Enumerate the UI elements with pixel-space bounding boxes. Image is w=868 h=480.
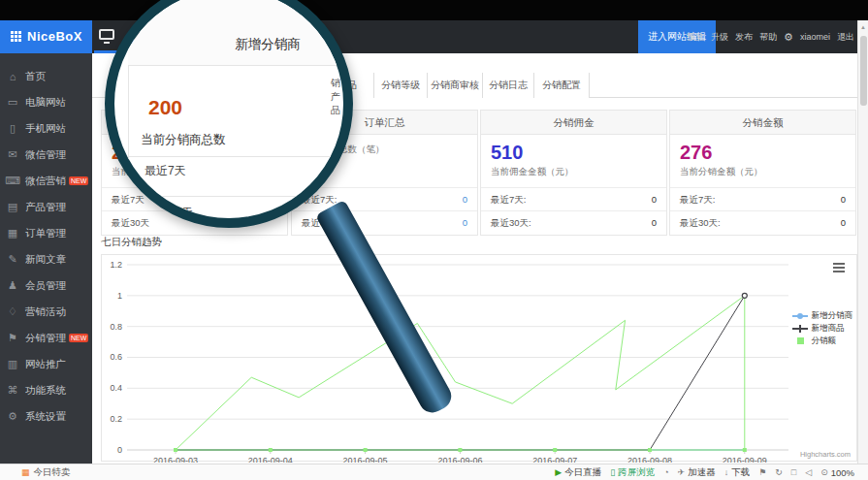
sidebar-item-function-system[interactable]: ⌘功能系统 bbox=[0, 377, 92, 403]
username-link[interactable]: xiaomei bbox=[800, 32, 830, 42]
sidebar-item-product-manage[interactable]: ▤产品管理 bbox=[0, 194, 92, 220]
gamepad-icon: ⌨ bbox=[0, 175, 25, 187]
svg-text:0: 0 bbox=[117, 445, 122, 455]
sidebar-item-label: 会员管理 bbox=[25, 279, 66, 293]
help-link[interactable]: 帮助 bbox=[759, 31, 777, 44]
card-distribution-amount: 分销金额 276 当前分销金额（元） 最近7天:0 最近30天:0 bbox=[669, 110, 856, 236]
magnified-card-title: 新增分销商 bbox=[173, 36, 353, 53]
scroll-up-icon[interactable]: ▲ bbox=[858, 24, 868, 30]
statusbar-live[interactable]: ▶今日直播 bbox=[555, 466, 601, 479]
logo[interactable]: NiceBoX bbox=[0, 20, 92, 53]
legend-label: 新增商品 bbox=[812, 323, 845, 335]
tab-distributor-review[interactable]: 分销商审核 bbox=[427, 73, 482, 98]
magnified-card-header-bg bbox=[128, 0, 343, 65]
highcharts-credit[interactable]: Highcharts.com bbox=[800, 450, 851, 459]
sidebar-item-system-settings[interactable]: ⚙系统设置 bbox=[0, 403, 92, 430]
statusbar-sound[interactable]: ◁ bbox=[805, 467, 812, 477]
trend-chart: 00.20.40.60.811.22016-09-032016-09-04201… bbox=[101, 254, 857, 462]
speaker-icon: ◁ bbox=[805, 467, 812, 477]
refresh-icon: ↻ bbox=[775, 467, 783, 477]
wechat-icon: ✉ bbox=[0, 148, 25, 161]
chart-icon: ⚑ bbox=[0, 332, 25, 344]
sidebar-item-marketing-activity[interactable]: ♢营销活动 bbox=[0, 299, 92, 325]
statusbar-speedometer[interactable]: ◔ bbox=[663, 467, 668, 477]
row-label: 最近7天 bbox=[112, 188, 145, 210]
magnified-caption: 当前分销商总数 bbox=[141, 132, 226, 148]
gear-icon[interactable]: ⚙ bbox=[784, 31, 793, 44]
statusbar-download[interactable]: ↓下载 bbox=[724, 466, 751, 479]
download-icon: ↓ bbox=[724, 467, 729, 477]
function-icon: ⌘ bbox=[0, 384, 25, 397]
legend-item-distribution-amount[interactable]: 分销额 bbox=[792, 335, 853, 347]
divider bbox=[128, 156, 343, 157]
row-value-link[interactable]: 0 bbox=[463, 211, 467, 234]
row-label: 最近7天: bbox=[491, 188, 526, 210]
statusbar-accelerator[interactable]: ✈加速器 bbox=[678, 466, 716, 479]
card-row: 最近7天:0 bbox=[292, 187, 477, 210]
sidebar-item-pc-site[interactable]: ▭电脑网站 bbox=[0, 89, 92, 115]
publish-link[interactable]: 发布 bbox=[735, 31, 753, 44]
svg-text:0.8: 0.8 bbox=[110, 322, 122, 332]
scrollbar-thumb[interactable] bbox=[860, 36, 867, 106]
sidebar: ⌂首页 ▭电脑网站 ▯手机网站 ✉微信管理 ⌨微信营销NEW ▤产品管理 ▦订单… bbox=[0, 53, 92, 464]
sidebar-item-member-manage[interactable]: ♟会员管理 bbox=[0, 272, 92, 299]
legend-item-new-distributors[interactable]: 新增分销商 bbox=[792, 309, 853, 322]
preview-link[interactable]: 预览 bbox=[687, 31, 704, 44]
sidebar-item-home[interactable]: ⌂首页 bbox=[0, 63, 92, 89]
tab-distribution-level[interactable]: 分销等级 bbox=[373, 73, 427, 98]
tab-distribution-config[interactable]: 分销配置 bbox=[533, 73, 590, 98]
vertical-scrollbar[interactable]: ▲ bbox=[857, 20, 868, 464]
chart-plot-area: 00.20.40.60.811.22016-09-032016-09-04201… bbox=[102, 255, 858, 463]
sidebar-item-label: 产品管理 bbox=[25, 201, 66, 214]
legend-item-new-products[interactable]: 新增商品 bbox=[792, 322, 853, 335]
statusbar-zoom[interactable]: ⊙100% bbox=[820, 467, 854, 478]
statusbar-label: 加速器 bbox=[688, 466, 716, 479]
gift-icon: ▦ bbox=[21, 467, 30, 477]
svg-text:2016-09-03: 2016-09-03 bbox=[153, 456, 198, 463]
sidebar-item-distribution-manage[interactable]: ⚑分销管理NEW bbox=[0, 325, 92, 351]
flag-icon: ⚑ bbox=[758, 467, 766, 477]
svg-text:1.2: 1.2 bbox=[110, 260, 122, 270]
card-big-number: 276 bbox=[680, 142, 855, 164]
row-label: 最近30天 bbox=[112, 211, 149, 234]
row-value: 0 bbox=[652, 211, 657, 234]
divider bbox=[128, 196, 343, 197]
sidebar-item-mobile-site[interactable]: ▯手机网站 bbox=[0, 115, 92, 142]
sidebar-item-wechat-marketing[interactable]: ⌨微信营销NEW bbox=[0, 168, 92, 194]
svg-text:2016-09-09: 2016-09-09 bbox=[723, 456, 767, 463]
row-value: 0 bbox=[841, 188, 846, 210]
sidebar-item-site-promotion[interactable]: ▥网站推广 bbox=[0, 351, 92, 377]
card-big-number: 510 bbox=[491, 142, 666, 164]
sidebar-item-wechat-manage[interactable]: ✉微信管理 bbox=[0, 142, 92, 168]
card-row: 最近30天:0 bbox=[670, 210, 855, 234]
statusbar-flag[interactable]: ⚑ bbox=[758, 467, 766, 477]
browser-statusbar: ▦ 今日特卖 ▶今日直播 ▯跨屏浏览 ◔ ✈加速器 ↓下载 ⚑ ↻ □ ◁ ⊙1… bbox=[0, 464, 868, 480]
apps-grid-icon bbox=[11, 31, 14, 34]
topbar-links: 预览 升级 发布 帮助 ⚙ xiaomei 退出 bbox=[687, 20, 854, 53]
phone-icon: ▯ bbox=[610, 467, 615, 477]
desktop-icon: ▭ bbox=[0, 96, 25, 109]
desktop-view-tab-icon[interactable] bbox=[99, 29, 114, 40]
statusbar-cross-screen[interactable]: ▯跨屏浏览 bbox=[610, 466, 655, 479]
sidebar-item-label: 首页 bbox=[25, 70, 46, 83]
statusbar-label: 跨屏浏览 bbox=[618, 466, 655, 479]
svg-text:2016-09-04: 2016-09-04 bbox=[248, 456, 293, 463]
sidebar-item-label: 微信管理 bbox=[25, 148, 66, 162]
chart-legend: 新增分销商 新增商品 分销额 bbox=[792, 309, 853, 347]
sidebar-item-label: 营销活动 bbox=[25, 305, 66, 319]
logout-link[interactable]: 退出 bbox=[837, 31, 854, 44]
statusbar-refresh[interactable]: ↻ bbox=[775, 467, 783, 477]
sidebar-item-news-article[interactable]: ✎新闻文章 bbox=[0, 246, 92, 272]
row-value-link[interactable]: 0 bbox=[463, 188, 467, 210]
svg-text:2016-09-05: 2016-09-05 bbox=[343, 456, 388, 463]
cart-icon: ▦ bbox=[0, 227, 25, 240]
tab-distribution-log[interactable]: 分销日志 bbox=[482, 73, 533, 98]
legend-label: 新增分销商 bbox=[812, 310, 853, 322]
statusbar-today-sale[interactable]: ▦ 今日特卖 bbox=[21, 464, 71, 480]
statusbar-window[interactable]: □ bbox=[791, 467, 796, 477]
row-label: 最近30天: bbox=[491, 211, 531, 234]
home-icon: ⌂ bbox=[0, 71, 25, 82]
upgrade-link[interactable]: 升级 bbox=[711, 31, 728, 44]
chart-menu-icon[interactable] bbox=[833, 263, 845, 272]
sidebar-item-order-manage[interactable]: ▦订单管理 bbox=[0, 220, 92, 246]
